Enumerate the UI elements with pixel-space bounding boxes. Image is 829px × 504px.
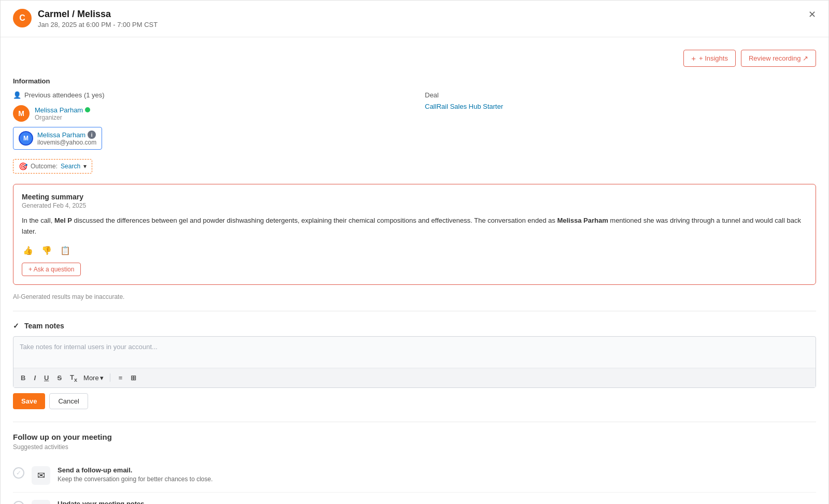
chevron-down-icon: ▾ (83, 163, 87, 170)
subscript-button[interactable]: Tx (68, 372, 79, 384)
top-actions: + Insights Review recording ↗ (13, 50, 816, 67)
attendee-card: M Melissa Parham i ilovemis@yahoo.com (13, 127, 102, 150)
attendee-email: ilovemis@yahoo.com (37, 139, 96, 146)
notes-icon: ✎ (32, 500, 50, 504)
header-subtitle: Jan 28, 2025 at 6:00 PM - 7:00 PM CST (38, 21, 158, 28)
bold-button[interactable]: B (19, 373, 27, 383)
attendees-col: 👤 Previous attendees (1 yes) M Melissa P… (13, 91, 404, 174)
header-icon: C (13, 9, 32, 27)
notes-editor[interactable]: Take notes for internal users in your ac… (13, 336, 816, 388)
activity-title-notes: Update your meeting notes. (58, 500, 816, 504)
email-icon: ✉ (32, 466, 50, 485)
avatar-blue: M (19, 131, 33, 146)
modal-header: C Carmel / Melissa Jan 28, 2025 at 6:00 … (1, 1, 828, 37)
summary-title: Meeting summary (22, 193, 807, 201)
feedback-icons: 👍 👎 📋 (22, 244, 807, 256)
followup-title: Follow up on your meeting (13, 433, 816, 441)
ordered-list-button[interactable]: ⊞ (128, 373, 138, 383)
summary-text-part1: In the call, (22, 217, 54, 224)
information-section: Information 👤 Previous attendees (1 yes)… (13, 77, 816, 174)
chevron-down-icon: ✓ (13, 322, 19, 330)
team-notes-title: Team notes (24, 322, 64, 330)
outcome-button[interactable]: 🎯 Outcome: Search ▾ (13, 159, 92, 174)
team-notes-header[interactable]: ✓ Team notes (13, 322, 816, 330)
save-button[interactable]: Save (13, 393, 45, 409)
copy-button[interactable]: 📋 (59, 244, 72, 256)
divider-2 (13, 422, 816, 422)
activity-content-email: Send a follow-up email. Keep the convers… (58, 466, 816, 483)
more-button[interactable]: More ▾ (83, 374, 104, 382)
summary-bold1: Mel P (54, 217, 72, 224)
attendee-role: Organizer (35, 114, 90, 121)
activity-content-notes: Update your meeting notes. Update your n… (58, 500, 816, 504)
activity-item-email: ✓ ✉ Send a follow-up email. Keep the con… (13, 459, 816, 493)
avatar: M (13, 105, 30, 122)
thumbs-up-button[interactable]: 👍 (22, 244, 34, 256)
notes-toolbar: B I U S Tx More ▾ ≡ ⊞ (13, 368, 816, 388)
team-notes-section: ✓ Team notes Take notes for internal use… (13, 322, 816, 410)
review-recording-button[interactable]: Review recording ↗ (741, 50, 816, 67)
list-button[interactable]: ≡ (117, 373, 125, 383)
attendees-icon: 👤 (13, 91, 21, 99)
summary-text-part2: discussed the differences between gel an… (72, 217, 558, 224)
ai-disclaimer: AI-Generated results may be inaccurate. (13, 293, 816, 300)
header-info: Carmel / Melissa Jan 28, 2025 at 6:00 PM… (38, 9, 158, 28)
header-title: Carmel / Melissa (38, 9, 158, 20)
attendee-item-card: M Melissa Parham i ilovemis@yahoo.com (13, 127, 404, 150)
summary-date: Generated Feb 4, 2025 (22, 202, 807, 209)
attendee-name[interactable]: Melissa Parham (35, 106, 90, 114)
attendee-info-2: Melissa Parham i ilovemis@yahoo.com (37, 131, 96, 146)
summary-text: In the call, Mel P discussed the differe… (22, 215, 807, 237)
ask-question-button[interactable]: + Ask a question (22, 263, 81, 276)
activity-item-notes: ✓ ✎ Update your meeting notes. Update yo… (13, 493, 816, 504)
deal-col: Deal CallRail Sales Hub Starter (425, 91, 816, 174)
underline-button[interactable]: U (42, 373, 51, 383)
activity-title-email: Send a follow-up email. (58, 466, 816, 474)
activity-checkbox-notes[interactable]: ✓ (13, 501, 24, 504)
notes-placeholder[interactable]: Take notes for internal users in your ac… (13, 337, 816, 368)
thumbs-down-button[interactable]: 👎 (40, 244, 53, 256)
attendees-label: 👤 Previous attendees (1 yes) (13, 91, 404, 99)
deal-link[interactable]: CallRail Sales Hub Starter (425, 103, 503, 110)
close-button[interactable]: ✕ (808, 10, 816, 19)
cancel-button[interactable]: Cancel (49, 393, 88, 409)
info-dot-icon: i (88, 131, 96, 139)
followup-section: Follow up on your meeting Suggested acti… (13, 433, 816, 504)
toolbar-separator (110, 373, 110, 382)
notes-actions: Save Cancel (13, 393, 816, 409)
modal-body: + Insights Review recording ↗ Informatio… (1, 37, 828, 504)
strikethrough-button[interactable]: S (55, 373, 64, 383)
attendee-item: M Melissa Parham Organizer (13, 105, 404, 122)
insights-button[interactable]: + Insights (683, 50, 736, 67)
summary-bold2: Melissa Parham (557, 217, 608, 224)
deal-label: Deal (425, 91, 816, 99)
info-row: 👤 Previous attendees (1 yes) M Melissa P… (13, 91, 816, 174)
attendee-info: Melissa Parham Organizer (35, 106, 90, 121)
attendee-name-2[interactable]: Melissa Parham i (37, 131, 96, 139)
meeting-summary-box: Meeting summary Generated Feb 4, 2025 In… (13, 184, 816, 285)
italic-button[interactable]: I (32, 373, 38, 383)
information-label: Information (13, 77, 816, 85)
activity-checkbox-email[interactable]: ✓ (13, 467, 24, 479)
divider-1 (13, 311, 816, 311)
followup-subtitle: Suggested activities (13, 443, 816, 451)
activity-desc-email: Keep the conversation going for better c… (58, 476, 816, 483)
green-dot-icon (85, 107, 90, 112)
